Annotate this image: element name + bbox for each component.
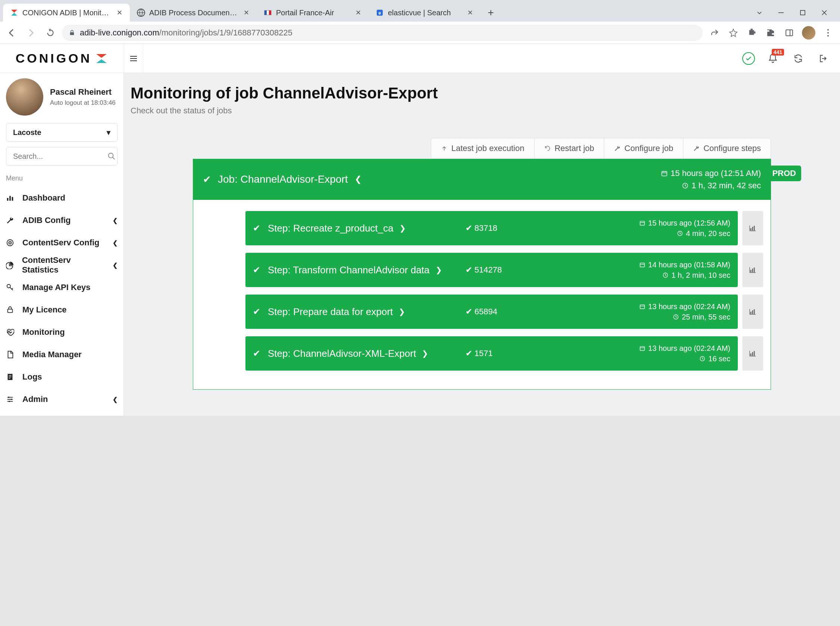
step-bar[interactable]: ✔ Step: Recreate z_product_ca ❯ ✔ 83718 … bbox=[245, 211, 738, 245]
new-tab-button[interactable]: + bbox=[484, 6, 498, 19]
nav-admin[interactable]: Admin ❮ bbox=[6, 388, 118, 410]
svg-rect-12 bbox=[754, 31, 756, 34]
page-title: Monitoring of job ChannelAdvisor-Export bbox=[130, 84, 833, 102]
main-content: Monitoring of job ChannelAdvisor-Export … bbox=[124, 73, 840, 416]
search-box[interactable] bbox=[6, 147, 118, 166]
svg-rect-57 bbox=[640, 263, 644, 267]
puzzle-icon[interactable] bbox=[765, 27, 777, 39]
step-bar[interactable]: ✔ Step: ChannelAdivsor-XML-Export ❯ ✔ 15… bbox=[245, 336, 738, 371]
nav-logs[interactable]: Logs bbox=[6, 366, 118, 388]
step-count: ✔ 83718 bbox=[465, 223, 497, 233]
notifications-button[interactable]: 441 bbox=[765, 51, 780, 66]
nav-api-keys[interactable]: Manage API Keys bbox=[6, 276, 118, 299]
tenant-select[interactable]: Lacoste ▾ bbox=[6, 123, 118, 142]
step-row: ✔ Step: Prepare data for export ❯ ✔ 6589… bbox=[245, 294, 763, 329]
share-icon[interactable] bbox=[709, 27, 721, 39]
close-icon[interactable]: ✕ bbox=[116, 9, 123, 16]
star-icon[interactable] bbox=[727, 27, 739, 39]
step-bar[interactable]: ✔ Step: Prepare data for export ❯ ✔ 6589… bbox=[245, 294, 738, 329]
nav-dashboard[interactable]: Dashboard bbox=[6, 187, 118, 209]
close-window-icon[interactable] bbox=[819, 8, 829, 18]
svg-marker-19 bbox=[96, 54, 107, 58]
nav-contentserv-config[interactable]: ContentServ Config ❮ bbox=[6, 232, 118, 254]
configure-steps-button[interactable]: Configure steps bbox=[683, 138, 771, 159]
chevron-right-icon: ❯ bbox=[436, 266, 442, 274]
step-title: Step: Transform ChannelAdvisor data bbox=[268, 264, 430, 276]
lock-icon bbox=[6, 306, 16, 314]
minimize-icon[interactable] bbox=[776, 8, 786, 18]
user-block: Pascal Rheinert Auto logout at 18:03:46 bbox=[6, 78, 118, 116]
sliders-icon bbox=[6, 395, 16, 404]
kebab-menu-icon[interactable] bbox=[822, 27, 834, 39]
tab-title: ADIB Process Documentation bbox=[149, 9, 239, 17]
up-arrow-icon bbox=[441, 145, 448, 152]
latest-job-button[interactable]: Latest job execution bbox=[431, 138, 534, 159]
back-button[interactable] bbox=[4, 25, 19, 41]
step-chart-button[interactable] bbox=[742, 253, 763, 287]
logout-button[interactable] bbox=[816, 51, 831, 66]
status-success-icon[interactable] bbox=[742, 52, 755, 65]
extension-icon[interactable] bbox=[746, 27, 758, 39]
browser-tab-1[interactable]: ADIB Process Documentation ✕ bbox=[130, 4, 257, 22]
address-bar[interactable]: adib-live.conigon.com/monitoring/jobs/1/… bbox=[62, 25, 703, 41]
calendar-icon bbox=[661, 170, 668, 177]
pie-icon bbox=[6, 261, 15, 269]
svg-rect-68 bbox=[751, 312, 752, 314]
browser-tab-0[interactable]: CONIGON ADIB | Monitoring of j ✕ bbox=[3, 4, 130, 22]
job-header[interactable]: ✔ Job: ChannelAdvisor-Export ❮ 15 hours … bbox=[193, 159, 771, 200]
tab-title: CONIGON ADIB | Monitoring of j bbox=[22, 9, 112, 17]
nav-media-manager[interactable]: Media Manager bbox=[6, 343, 118, 366]
configure-job-button[interactable]: Configure job bbox=[604, 138, 683, 159]
close-icon[interactable]: ✕ bbox=[243, 9, 250, 16]
close-icon[interactable]: ✕ bbox=[466, 9, 474, 16]
tab-strip: CONIGON ADIB | Monitoring of j ✕ ADIB Pr… bbox=[0, 0, 840, 22]
nav-label: ContentServ Statistics bbox=[22, 255, 106, 275]
panel-icon[interactable] bbox=[783, 27, 795, 39]
address-bar-row: adib-live.conigon.com/monitoring/jobs/1/… bbox=[0, 22, 840, 44]
logo[interactable]: CONIGON bbox=[0, 51, 124, 66]
btn-label: Latest job execution bbox=[451, 144, 525, 153]
restart-job-button[interactable]: Restart job bbox=[534, 138, 604, 159]
step-chart-button[interactable] bbox=[742, 336, 763, 371]
chevron-down-icon[interactable] bbox=[754, 8, 765, 18]
step-chart-button[interactable] bbox=[742, 294, 763, 329]
nav-label: Manage API Keys bbox=[22, 283, 91, 292]
favicon-icon bbox=[10, 8, 19, 17]
heart-icon bbox=[6, 328, 16, 336]
calendar-icon bbox=[639, 345, 645, 351]
step-bar[interactable]: ✔ Step: Transform ChannelAdvisor data ❯ … bbox=[245, 253, 738, 287]
nav-label: Dashboard bbox=[22, 193, 65, 203]
nav-label: Admin bbox=[22, 394, 48, 404]
favicon-icon bbox=[263, 8, 272, 17]
nav-adib-config[interactable]: ADIB Config ❮ bbox=[6, 209, 118, 232]
svg-rect-35 bbox=[9, 375, 11, 376]
refresh-button[interactable] bbox=[791, 51, 806, 66]
check-icon: ✔ bbox=[253, 307, 260, 317]
url-text: adib-live.conigon.com/monitoring/jobs/1/… bbox=[80, 28, 696, 38]
reload-button[interactable] bbox=[42, 25, 58, 41]
browser-tab-3[interactable]: e elasticvue | Search ✕ bbox=[368, 4, 480, 22]
browser-tab-2[interactable]: Portail France-Air ✕ bbox=[257, 4, 368, 22]
nav-licence[interactable]: My Licence bbox=[6, 299, 118, 321]
forward-button[interactable] bbox=[23, 25, 39, 41]
maximize-icon[interactable] bbox=[798, 8, 808, 18]
chart-bar-icon bbox=[6, 194, 16, 202]
auto-logout-text: Auto logout at 18:03:46 bbox=[50, 99, 116, 106]
key-icon bbox=[6, 283, 16, 291]
profile-avatar[interactable] bbox=[802, 26, 815, 39]
close-icon[interactable]: ✕ bbox=[354, 9, 362, 16]
svg-rect-33 bbox=[8, 309, 13, 313]
svg-marker-0 bbox=[11, 10, 17, 13]
step-meta: 15 hours ago (12:56 AM) 4 min, 20 sec bbox=[639, 218, 730, 239]
hamburger-toggle[interactable] bbox=[124, 44, 143, 73]
svg-rect-11 bbox=[749, 30, 754, 35]
nav-monitoring[interactable]: Monitoring bbox=[6, 321, 118, 343]
action-row: Latest job execution Restart job Configu… bbox=[193, 138, 771, 159]
search-input[interactable] bbox=[13, 152, 107, 161]
nav-contentserv-stats[interactable]: ContentServ Statistics ❮ bbox=[6, 254, 118, 276]
user-avatar[interactable] bbox=[6, 78, 43, 116]
tab-title: elasticvue | Search bbox=[388, 9, 462, 17]
step-chart-button[interactable] bbox=[742, 211, 763, 245]
svg-point-18 bbox=[827, 35, 829, 36]
wrench-icon bbox=[693, 145, 700, 152]
